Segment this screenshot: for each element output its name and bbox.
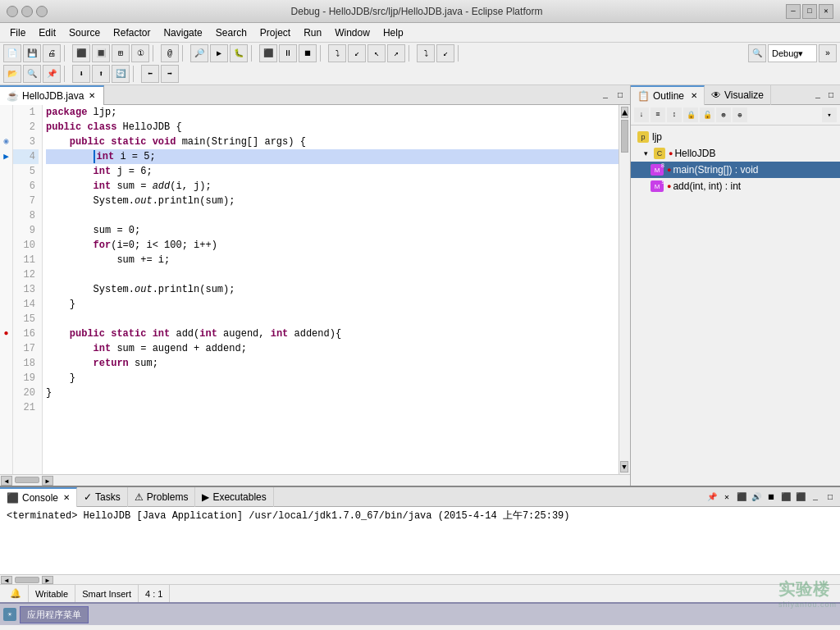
menu-edit[interactable]: Edit [32,25,62,40]
restore-btn[interactable]: □ [802,4,817,19]
outline-btn-2[interactable]: ≡ [651,107,665,122]
tb-row2-8[interactable]: ➡ [161,65,179,83]
console-tab-close[interactable]: ✕ [63,493,70,502]
tb-btn-2[interactable]: 💾 [23,44,41,62]
console-tab[interactable]: ⬛ Console ✕ [0,487,77,507]
tb-btn-18[interactable]: ↗ [387,44,405,62]
scroll-right-btn[interactable]: ▶ [42,476,53,486]
minimize-button[interactable] [21,6,33,17]
outline-btn-1[interactable]: ↓ [634,107,649,122]
app-menu-button[interactable]: 应用程序菜单 [20,606,89,623]
outline-btn-5[interactable]: 🔓 [700,107,714,122]
bt-ctrl-7[interactable]: ⬛ [794,491,807,504]
tb-btn-12[interactable]: ⬛ [259,44,277,62]
console-scroll-right[interactable]: ▶ [42,576,53,584]
problems-tab[interactable]: ⚠ Problems [128,487,196,507]
tb-row2-3[interactable]: 📌 [43,65,61,83]
scroll-down-btn[interactable]: ▼ [620,461,628,472]
tb-btn-3[interactable]: 🖨 [43,44,61,62]
tb-btn-6[interactable]: ⊞ [112,44,130,62]
tb-btn-16[interactable]: ↙ [348,44,366,62]
menu-window[interactable]: Window [328,25,377,40]
maximize-button[interactable] [36,6,48,17]
tb-btn-13[interactable]: ⏸ [279,44,297,62]
menu-project[interactable]: Project [253,25,297,40]
tb-btn-4[interactable]: ⬛ [72,44,90,62]
visualize-tab[interactable]: 👁 Visualize [705,85,771,105]
bt-ctrl-max[interactable]: □ [824,491,837,504]
horizontal-scrollbar-area[interactable]: ◀ ▶ [0,474,630,486]
tb-btn-17[interactable]: ↖ [368,44,386,62]
rp-ctrl-max[interactable]: □ [825,89,837,101]
console-scrollbar-h[interactable]: ◀ ▶ [0,574,840,584]
outline-item-main[interactable]: M8 ●main(String[]) : void [631,162,840,178]
outline-btn-more[interactable]: ▾ [822,107,837,122]
tb-row2-5[interactable]: ⬆ [92,65,110,83]
tb-btn-19[interactable]: ⤵ [417,44,435,62]
window-controls-right[interactable]: — □ ✕ [786,4,833,19]
tb-row2-6[interactable]: 🔄 [112,65,130,83]
console-scroll-left[interactable]: ◀ [1,576,12,584]
bt-ctrl-4[interactable]: 🔊 [750,491,763,504]
outline-btn-7[interactable]: ⊕ [733,107,747,122]
bt-ctrl-3[interactable]: ⬛ [735,491,748,504]
tb-btn-11[interactable]: 🐛 [230,44,248,62]
tb-row2-1[interactable]: 📂 [3,65,21,83]
tab-close-button[interactable]: ✕ [87,91,97,101]
outline-btn-6[interactable]: ⊛ [716,107,731,122]
menu-navigate[interactable]: Navigate [157,25,208,40]
marker-17 [0,341,12,356]
scroll-up-btn[interactable]: ▲ [621,107,628,118]
tb-btn-8[interactable]: @ [161,44,179,62]
code-content[interactable]: package ljp; public class HelloJDB { pub… [43,105,619,474]
executables-tab[interactable]: ▶ Executables [195,487,273,507]
tasks-tab[interactable]: ✓ Tasks [77,487,128,507]
bt-ctrl-min[interactable]: _ [809,491,822,504]
bt-ctrl-6[interactable]: ⬛ [779,491,792,504]
outline-item-hellojdb[interactable]: ▾ C ●HelloJDB [631,145,840,162]
tb-row2-2[interactable]: 🔍 [23,65,41,83]
outline-btn-4[interactable]: 🔒 [683,107,698,122]
tab-ctrl-min[interactable]: _ [599,89,612,102]
tb-btn-20[interactable]: ↙ [436,44,454,62]
h-scroll-thumb[interactable] [15,477,39,483]
tb-run[interactable]: ▶ [210,44,228,62]
tb-btn-more[interactable]: » [819,44,837,62]
tb-btn-5[interactable]: 🔳 [92,44,110,62]
tb-btn-14[interactable]: ⏹ [299,44,317,62]
outline-tab[interactable]: 📋 Outline ✕ [631,85,705,105]
scroll-thumb[interactable] [621,120,628,153]
outline-item-ljp[interactable]: p ljp [631,129,840,145]
minimize-btn[interactable]: — [786,4,801,19]
expand-arrow[interactable]: ▾ [641,149,651,158]
bt-ctrl-2[interactable]: ✕ [720,491,733,504]
tb-row2-4[interactable]: ⬇ [72,65,90,83]
bt-ctrl-5[interactable]: ⏹ [765,491,778,504]
vertical-scrollbar[interactable]: ▲ ▼ [619,105,630,474]
menu-refactor[interactable]: Refactor [107,25,157,40]
close-btn-right[interactable]: ✕ [819,4,833,19]
new-button[interactable]: 📄 [3,44,21,62]
debug-dropdown[interactable]: Debug▾ [768,44,817,62]
menu-file[interactable]: File [3,25,32,40]
console-scroll-thumb[interactable] [15,577,39,583]
tab-ctrl-max[interactable]: □ [614,89,627,102]
menu-run[interactable]: Run [297,25,328,40]
outline-item-add[interactable]: Ms ●add(int, int) : int [631,178,840,194]
window-controls[interactable] [7,6,48,17]
outline-tab-close[interactable]: ✕ [691,91,697,100]
scroll-left-btn[interactable]: ◀ [1,476,12,486]
tb-btn-15[interactable]: ⤵ [328,44,346,62]
tb-btn-9[interactable]: 🔎 [190,44,208,62]
outline-btn-3[interactable]: ↕ [667,107,682,122]
tb-perspective[interactable]: 🔍 [748,44,766,62]
tb-row2-7[interactable]: ⬅ [141,65,159,83]
rp-ctrl-min[interactable]: _ [812,89,824,101]
menu-search[interactable]: Search [209,25,253,40]
editor-tab-hellojdb[interactable]: ☕ HelloJDB.java ✕ [0,85,104,105]
tb-btn-7[interactable]: ① [131,44,149,62]
menu-source[interactable]: Source [62,25,107,40]
close-button[interactable] [7,6,18,17]
menu-help[interactable]: Help [377,25,410,40]
bt-ctrl-1[interactable]: 📌 [705,491,719,504]
